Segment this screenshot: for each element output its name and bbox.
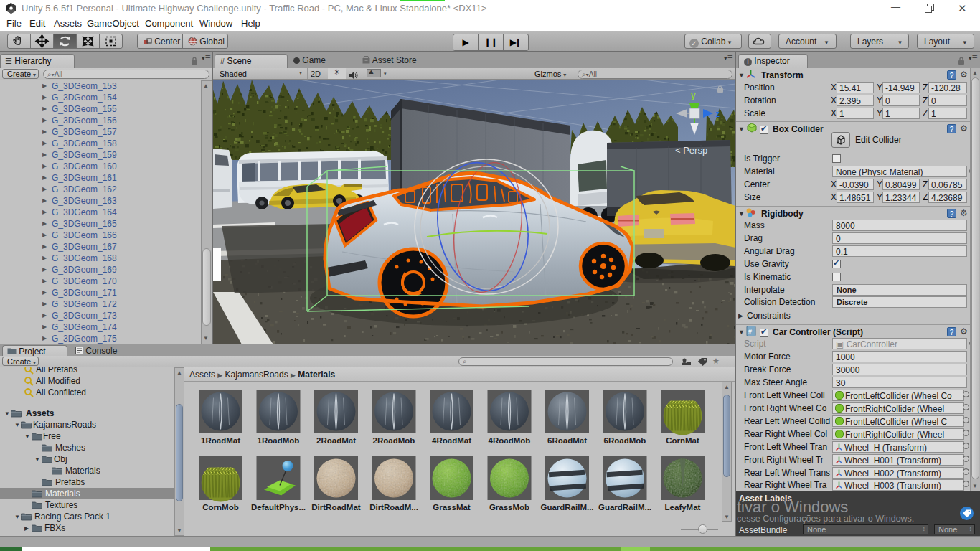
svg-text:GuardRailM...: GuardRailM...	[540, 503, 593, 512]
svg-text:6RoadMob: 6RoadMob	[604, 436, 646, 445]
svg-text:DefaultPhys...: DefaultPhys...	[251, 503, 306, 512]
svg-text:4RoadMob: 4RoadMob	[489, 436, 531, 445]
svg-text:2RoadMat: 2RoadMat	[316, 436, 356, 445]
svg-text:1RoadMob: 1RoadMob	[258, 436, 300, 445]
svg-text:4RoadMat: 4RoadMat	[432, 436, 471, 445]
svg-text:CornMat: CornMat	[666, 436, 699, 445]
svg-text:DirtRoadM...: DirtRoadM...	[369, 503, 418, 512]
svg-text:2RoadMob: 2RoadMob	[373, 436, 415, 445]
svg-text:GrassMat: GrassMat	[433, 503, 471, 512]
svg-text:DirtRoadMat: DirtRoadMat	[311, 503, 361, 512]
svg-text:GuardRailM...: GuardRailM...	[598, 503, 651, 512]
svg-text:#: #	[748, 328, 752, 335]
svg-text:6RoadMat: 6RoadMat	[547, 436, 587, 445]
svg-text:< Persp: < Persp	[675, 145, 707, 156]
svg-text:y: y	[691, 90, 696, 100]
svg-text:LeafyMat: LeafyMat	[665, 503, 701, 512]
svg-text:GrassMob: GrassMob	[489, 503, 529, 512]
svg-text:1RoadMat: 1RoadMat	[201, 436, 240, 445]
svg-text:CornMob: CornMob	[202, 503, 238, 512]
svg-text:z: z	[715, 109, 720, 119]
